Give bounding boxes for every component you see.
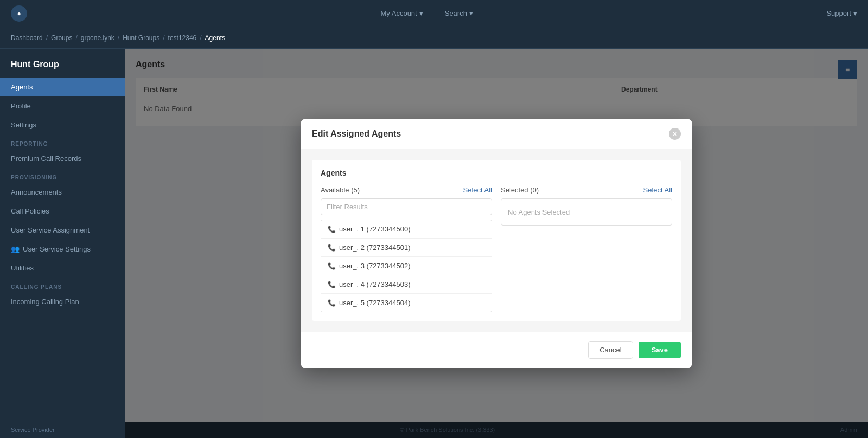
phone-icon: 📞	[328, 299, 336, 307]
content-area: Agents First Name Department No Data Fou…	[125, 49, 868, 438]
phone-icon: 📞	[328, 262, 336, 270]
breadcrumb-grpone[interactable]: grpone.lynk	[81, 34, 114, 42]
users-icon: 👥	[11, 245, 20, 253]
select-all-selected-link[interactable]: Select All	[643, 186, 672, 194]
breadcrumb-groups[interactable]: Groups	[51, 34, 72, 42]
app-logo: ●	[11, 5, 27, 22]
selected-label: Selected (0)	[501, 186, 539, 194]
list-item[interactable]: 📞 user_. 4 (7273344503)	[321, 275, 492, 294]
selected-col-header: Selected (0) Select All	[501, 186, 672, 194]
breadcrumb-test12346[interactable]: test12346	[168, 34, 197, 42]
list-item[interactable]: 📞 user_. 1 (7273344500)	[321, 220, 492, 239]
sidebar-item-user-service-settings[interactable]: 👥 User Service Settings	[0, 240, 125, 259]
sidebar: Hunt Group Agents Profile Settings REPOR…	[0, 49, 125, 438]
sidebar-section-provisioning: PROVISIONING	[0, 168, 125, 183]
modal-close-button[interactable]: ×	[669, 128, 681, 140]
sidebar-item-settings[interactable]: Settings	[0, 115, 125, 134]
chevron-down-icon: ▾	[853, 9, 857, 17]
sidebar-section-calling-plans: CALLING PLANS	[0, 278, 125, 292]
phone-icon: 📞	[328, 244, 336, 252]
agents-columns: Available (5) Select All 📞 user_. 1 (727…	[321, 186, 672, 312]
top-nav-center: My Account ▾ Search ▾	[381, 9, 473, 17]
chevron-down-icon: ▾	[469, 9, 473, 17]
breadcrumb: Dashboard / Groups / grpone.lynk / Hunt …	[11, 34, 225, 42]
breadcrumb-bar: Dashboard / Groups / grpone.lynk / Hunt …	[0, 27, 868, 49]
phone-icon: 📞	[328, 226, 336, 233]
agents-panel-title: Agents	[321, 169, 672, 177]
top-nav: ● My Account ▾ Search ▾ Support ▾	[0, 0, 868, 27]
cancel-button[interactable]: Cancel	[588, 341, 633, 359]
select-all-available-link[interactable]: Select All	[463, 186, 492, 194]
modal-overlay: Edit Assigned Agents × Agents Available …	[125, 49, 868, 438]
sidebar-item-call-policies[interactable]: Call Policies	[0, 202, 125, 221]
breadcrumb-dashboard[interactable]: Dashboard	[11, 34, 43, 42]
sidebar-item-profile[interactable]: Profile	[0, 96, 125, 115]
selected-agents-box: No Agents Selected	[501, 198, 672, 226]
agents-panel: Agents Available (5) Select All	[312, 160, 681, 321]
edit-agents-modal: Edit Assigned Agents × Agents Available …	[301, 119, 692, 368]
sidebar-title: Hunt Group	[0, 60, 125, 78]
breadcrumb-agents: Agents	[205, 34, 225, 42]
sidebar-item-agents[interactable]: Agents	[0, 78, 125, 96]
support-menu[interactable]: Support ▾	[826, 9, 857, 17]
sidebar-item-user-service-assignment[interactable]: User Service Assignment	[0, 221, 125, 240]
list-item[interactable]: 📞 user_. 5 (7273344504)	[321, 294, 492, 312]
available-col-header: Available (5) Select All	[321, 186, 492, 194]
breadcrumb-hunt-groups[interactable]: Hunt Groups	[123, 34, 159, 42]
list-item[interactable]: 📞 user_. 3 (7273344502)	[321, 257, 492, 275]
main-layout: Hunt Group Agents Profile Settings REPOR…	[0, 49, 868, 438]
modal-footer: Cancel Save	[301, 332, 692, 368]
available-label: Available (5)	[321, 186, 360, 194]
available-agents-list: 📞 user_. 1 (7273344500) 📞 user_. 2 (7273…	[321, 220, 492, 312]
modal-title: Edit Assigned Agents	[312, 129, 401, 139]
footer-left: Service Provider	[11, 427, 55, 433]
list-item[interactable]: 📞 user_. 2 (7273344501)	[321, 239, 492, 257]
my-account-menu[interactable]: My Account ▾	[381, 9, 423, 17]
selected-col: Selected (0) Select All No Agents Select…	[501, 186, 672, 312]
sidebar-item-announcements[interactable]: Announcements	[0, 183, 125, 202]
save-button[interactable]: Save	[639, 342, 681, 358]
sidebar-item-incoming-calling-plan[interactable]: Incoming Calling Plan	[0, 292, 125, 311]
sidebar-item-premium-call-records[interactable]: Premium Call Records	[0, 149, 125, 168]
search-menu[interactable]: Search ▾	[445, 9, 473, 17]
phone-icon: 📞	[328, 281, 336, 288]
sidebar-section-reporting: REPORTING	[0, 134, 125, 149]
filter-results-input[interactable]	[321, 198, 492, 215]
available-col: Available (5) Select All 📞 user_. 1 (727…	[321, 186, 492, 312]
modal-header: Edit Assigned Agents ×	[301, 119, 692, 149]
chevron-down-icon: ▾	[419, 9, 423, 17]
no-agents-text: No Agents Selected	[508, 208, 570, 216]
modal-body: Agents Available (5) Select All	[301, 149, 692, 332]
top-nav-right: Support ▾	[826, 9, 857, 17]
sidebar-item-utilities[interactable]: Utilities	[0, 259, 125, 278]
